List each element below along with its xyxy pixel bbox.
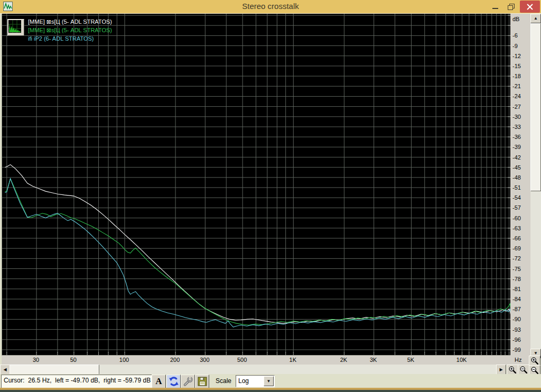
y-axis-tick-label: -93 [512,326,521,333]
y-axis-tick-label: -48 [512,174,521,181]
restore-button[interactable] [503,0,519,13]
status-bar: Cursor: 26.5 Hz, left = -49.70 dB, right… [0,374,541,388]
y-axis-tick-label: -12 [512,53,521,59]
y-axis-tick-label: -84 [512,296,521,302]
y-axis-tick-label: -9 [512,43,518,49]
x-axis-tick-label: 30 [33,357,39,363]
y-axis-tick-label: -99 [512,347,521,353]
y-axis-tick-label: -90 [512,316,521,322]
scroll-left-button[interactable]: ◀ [0,365,10,375]
y-axis-tick-label: -42 [512,154,521,161]
y-axis-tick-label: -18 [512,73,521,79]
y-axis-tick-label: -33 [512,124,521,130]
y-axis-tick-label: -54 [512,194,521,201]
window-title: Stereo crosstalk [0,2,541,11]
y-axis-tick-label: -36 [512,134,521,140]
y-axis-tick-label: -87 [512,306,521,312]
horizontal-zoom-out-button[interactable] [518,365,529,375]
legend: [MME] ⊠s[Ц (5- ADL STRATOS)[MME] ⊠s[Ц (5… [28,17,112,43]
spectrum-thumbnail-button[interactable] [7,19,24,36]
font-button[interactable]: A [152,375,166,388]
y-axis-tick-label: -60 [512,215,521,221]
x-axis-tick-label: 3K [370,357,377,363]
crosstalk-plot[interactable]: [MME] ⊠s[Ц (5- ADL STRATOS)[MME] ⊠s[Ц (5… [2,14,511,355]
x-axis-tick-label: 300 [200,357,209,363]
x-axis-tick-label: 2K [340,357,347,363]
plot-canvas[interactable] [2,14,511,355]
y-axis-tick-label: -6 [512,32,518,39]
vertical-scrollbar-thumb[interactable] [530,23,541,191]
y-axis-tick-label: -45 [512,164,521,171]
x-axis-tick-label: 500 [237,357,247,363]
vertical-scrollbar[interactable]: ▲ ▼ [530,14,541,357]
y-axis-tick-label: -51 [512,184,521,191]
y-axis-tick-label: -66 [512,235,521,241]
y-axis-tick-label: -72 [512,255,521,262]
save-button[interactable] [195,375,209,388]
minimize-icon [492,8,498,9]
legend-item-white: [MME] ⊠s[Ц (5- ADL STRATOS) [28,17,112,26]
y-axis-tick-label: -30 [512,114,521,120]
y-axis-tick-label: -24 [512,93,521,99]
x-axis-tick-label: 10K [456,357,467,363]
y-axis-unit-label: dB [512,16,519,22]
y-axis-tick-label: -69 [512,245,521,251]
scale-label: Scale [216,377,231,385]
desktop-background-strip [0,390,541,392]
y-axis-tick-label: -96 [512,337,521,343]
refresh-button[interactable] [166,375,181,388]
title-bar[interactable]: Stereo crosstalk [0,0,541,14]
dropdown-arrow-icon[interactable]: ▼ [264,376,274,386]
close-icon [527,4,533,10]
y-axis-tick-label: -81 [512,286,521,292]
horizontal-scrollbar-thumb[interactable] [10,365,99,375]
x-axis-labels: 30501002003005001K2K3K5K10K [2,355,510,365]
y-axis-labels: dB-6-9-12-15-18-21-24-27-30-33-36-39-42-… [510,14,530,355]
legend-item-cyan: ifi iP2 (6- ADL STRATOS) [28,34,112,43]
y-axis-tick-label: -63 [512,225,521,231]
app-window: Stereo crosstalk [MME] ⊠s[Ц (5- ADL STRA… [0,0,541,392]
scroll-right-button[interactable]: ▶ [496,365,506,375]
x-axis-tick-label: 50 [70,357,77,363]
y-axis-tick-label: -21 [512,83,521,89]
y-axis-tick-label: -78 [512,276,521,282]
y-axis-tick-label: -75 [512,266,521,272]
y-axis-tick-label: -27 [512,104,521,110]
x-axis-tick-label: 1K [290,357,296,363]
legend-item-green: [MME] ⊠s[Ц (5- ADL STRATOS) [28,26,112,34]
plot-background [2,14,511,355]
settings-wrench-button[interactable] [181,375,195,388]
restore-icon [508,4,514,10]
y-axis-tick-label: -15 [512,63,521,69]
vertical-zoom-in-button[interactable] [529,356,540,366]
y-axis-tick-label: -39 [512,144,521,150]
cursor-readout: Cursor: 26.5 Hz, left = -49.70 dB, right… [1,375,152,388]
minimize-button[interactable] [487,0,503,13]
scale-dropdown[interactable]: Log ▼ [236,375,275,387]
scroll-up-button[interactable]: ▲ [530,14,541,23]
horizontal-scrollbar[interactable]: ◀ ▶ [0,365,506,374]
close-button[interactable] [520,1,540,13]
x-axis-tick-label: 5K [407,357,414,363]
x-axis-tick-label: 100 [119,357,129,363]
y-axis-tick-label: -57 [512,204,521,211]
x-axis-tick-label: 200 [170,357,180,363]
horizontal-zoom-in-button[interactable] [507,365,518,375]
scale-dropdown-value: Log [238,377,249,385]
